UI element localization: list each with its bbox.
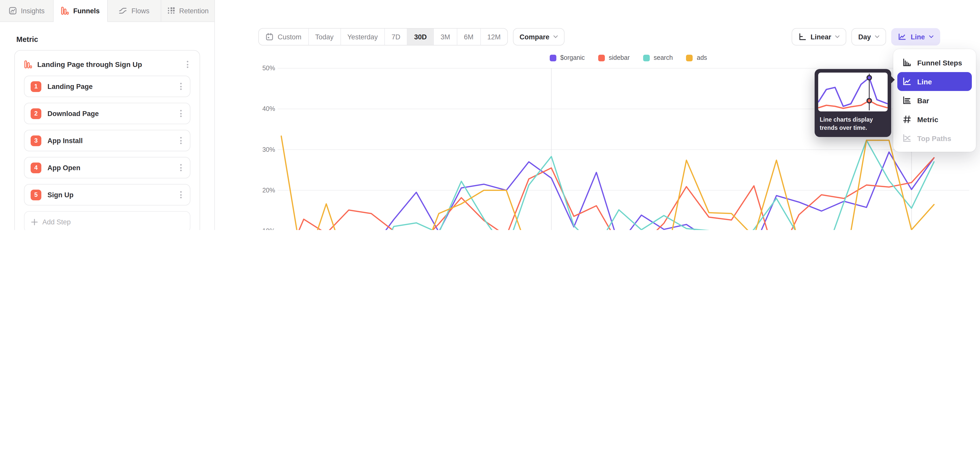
step-number-badge: 2 bbox=[30, 108, 41, 119]
step-label: Landing Page bbox=[48, 83, 172, 90]
series-search bbox=[281, 140, 934, 230]
chevron-down-icon bbox=[875, 35, 880, 38]
chart-type-dropdown[interactable]: Line bbox=[891, 28, 940, 45]
step-menu-button[interactable] bbox=[178, 189, 184, 200]
chevron-down-icon bbox=[929, 35, 934, 38]
range-7d[interactable]: 7D bbox=[385, 29, 407, 45]
step-menu-button[interactable] bbox=[178, 162, 184, 173]
step-label: Download Page bbox=[48, 110, 172, 117]
svg-text:30%: 30% bbox=[262, 146, 275, 153]
bar-chart-icon bbox=[902, 96, 912, 105]
svg-text:40%: 40% bbox=[262, 105, 275, 112]
retention-icon bbox=[167, 6, 175, 15]
legend-swatch bbox=[686, 54, 693, 61]
step-label: App Open bbox=[48, 164, 172, 171]
chart-type-tooltip: Line charts display trends over time. bbox=[815, 69, 891, 137]
legend-swatch bbox=[549, 54, 556, 61]
insights-icon bbox=[9, 6, 17, 15]
flows-icon bbox=[119, 6, 127, 15]
funnel-step-app-open[interactable]: 4 App Open bbox=[24, 157, 190, 178]
app: InsightsFunnelsFlowsRetention Metric Lan… bbox=[0, 0, 980, 230]
range-3m[interactable]: 3M bbox=[434, 29, 457, 45]
tab-retention[interactable]: Retention bbox=[161, 0, 215, 22]
funnel-step-landing-page[interactable]: 1 Landing Page bbox=[24, 76, 190, 97]
legend-item-ads[interactable]: ads bbox=[686, 54, 707, 61]
menu-item-line[interactable]: Line bbox=[897, 72, 972, 91]
range-today[interactable]: Today bbox=[309, 29, 341, 45]
add-step-button[interactable]: Add Step bbox=[24, 211, 190, 230]
step-label: App Install bbox=[48, 137, 172, 144]
chart-legend: $organicsidebarsearchads bbox=[281, 54, 975, 61]
funnel-step-sign-up[interactable]: 5 Sign Up bbox=[24, 184, 190, 206]
tooltip-text: Line charts display trends over time. bbox=[820, 115, 886, 132]
legend-item-organic[interactable]: $organic bbox=[549, 54, 585, 61]
svg-text:20%: 20% bbox=[262, 187, 275, 194]
funnels-icon bbox=[61, 6, 69, 15]
step-number-badge: 4 bbox=[30, 162, 41, 173]
calendar-icon bbox=[266, 33, 274, 41]
menu-item-funnel-steps[interactable]: Funnel Steps bbox=[897, 53, 972, 72]
metric-card: Landing Page through Sign Up 1 Landing P… bbox=[14, 50, 200, 230]
funnel-title: Landing Page through Sign Up bbox=[37, 60, 180, 69]
step-label: Sign Up bbox=[48, 191, 172, 198]
chart-type-menu: Funnel StepsLineBarMetricTop Paths bbox=[893, 49, 976, 152]
range-yesterday[interactable]: Yesterday bbox=[341, 29, 385, 45]
funnel-menu-button[interactable] bbox=[185, 59, 190, 70]
metric-heading: Metric bbox=[16, 35, 38, 43]
chevron-down-icon bbox=[554, 35, 558, 38]
tab-flows[interactable]: Flows bbox=[107, 0, 161, 22]
series-ads bbox=[281, 136, 934, 230]
range-30d[interactable]: 30D bbox=[407, 29, 434, 45]
metric-icon bbox=[902, 115, 912, 124]
range-12m[interactable]: 12M bbox=[480, 29, 508, 45]
chevron-down-icon bbox=[835, 35, 840, 38]
legend-swatch bbox=[643, 54, 649, 61]
range-6m[interactable]: 6M bbox=[457, 29, 481, 45]
funnel-step-download-page[interactable]: 2 Download Page bbox=[24, 103, 190, 124]
compare-button[interactable]: Compare bbox=[513, 28, 565, 45]
tooltip-mini-chart bbox=[818, 73, 888, 112]
step-menu-button[interactable] bbox=[178, 81, 184, 92]
line-chart-icon bbox=[898, 33, 907, 41]
step-menu-button[interactable] bbox=[178, 108, 184, 119]
step-number-badge: 5 bbox=[30, 189, 41, 200]
linear-scale-icon bbox=[798, 33, 807, 41]
legend-item-search[interactable]: search bbox=[643, 54, 673, 61]
step-number-badge: 1 bbox=[30, 81, 41, 92]
report-tabbar: InsightsFunnelsFlowsRetention bbox=[0, 0, 215, 22]
plus-icon bbox=[31, 219, 38, 225]
svg-text:10%: 10% bbox=[262, 227, 275, 230]
tooltip-arrow bbox=[891, 76, 895, 84]
funnel-metric-icon bbox=[24, 60, 32, 69]
granularity-dropdown[interactable]: Day bbox=[852, 28, 886, 45]
line-chart-icon bbox=[902, 77, 912, 86]
top-paths-icon bbox=[902, 134, 912, 142]
series-sidebar bbox=[281, 158, 934, 230]
menu-item-top-paths: Top Paths bbox=[897, 129, 972, 148]
funnel-steps-icon bbox=[902, 58, 912, 67]
query-builder-sidebar: Metric Landing Page through Sign Up 1 La… bbox=[0, 22, 215, 230]
funnel-step-app-install[interactable]: 3 App Install bbox=[24, 130, 190, 151]
menu-item-metric[interactable]: Metric bbox=[897, 110, 972, 129]
step-menu-button[interactable] bbox=[178, 135, 184, 146]
scale-dropdown[interactable]: Linear bbox=[792, 28, 846, 45]
range-custom[interactable]: Custom bbox=[259, 29, 309, 45]
step-number-badge: 3 bbox=[30, 135, 41, 146]
legend-swatch bbox=[598, 54, 605, 61]
menu-item-bar[interactable]: Bar bbox=[897, 91, 972, 110]
tab-insights[interactable]: Insights bbox=[0, 0, 54, 22]
series-organic bbox=[281, 152, 934, 230]
legend-item-sidebar[interactable]: sidebar bbox=[598, 54, 630, 61]
date-range-segmented-control: CustomTodayYesterday7D30D3M6M12M bbox=[258, 28, 508, 45]
svg-text:50%: 50% bbox=[262, 64, 275, 72]
tab-funnels[interactable]: Funnels bbox=[54, 0, 108, 22]
